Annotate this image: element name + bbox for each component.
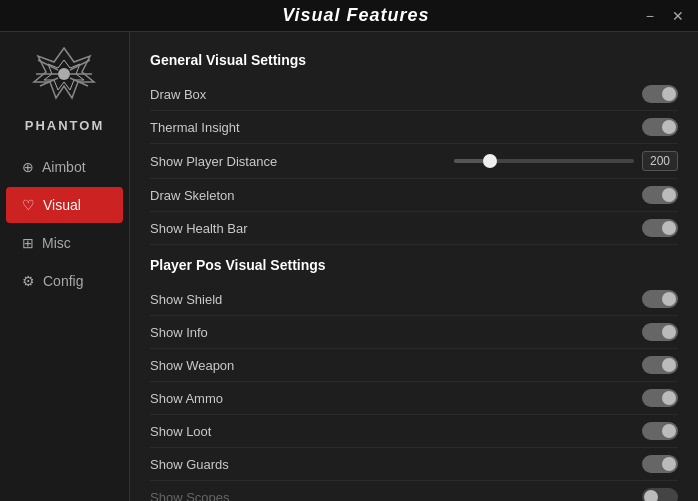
logo-icon [28, 42, 100, 114]
setting-row-show-weapon: Show Weapon [150, 349, 678, 382]
show-guards-label: Show Guards [150, 457, 229, 472]
sidebar-item-aimbot[interactable]: ⊕ Aimbot [6, 149, 123, 185]
player-distance-track[interactable] [454, 159, 634, 163]
window-controls: − ✕ [642, 8, 688, 24]
setting-row-show-scopes: Show Scopes [150, 481, 678, 501]
show-scopes-label: Show Scopes [150, 490, 230, 502]
player-distance-thumb [483, 154, 497, 168]
thermal-insight-label: Thermal Insight [150, 120, 240, 135]
sidebar-item-visual[interactable]: ♡ Visual [6, 187, 123, 223]
misc-label: Misc [42, 235, 71, 251]
show-guards-toggle[interactable] [642, 455, 678, 473]
misc-icon: ⊞ [22, 235, 34, 251]
player-distance-label: Show Player Distance [150, 154, 277, 169]
show-scopes-knob [644, 490, 658, 501]
config-icon: ⚙ [22, 273, 35, 289]
show-shield-toggle[interactable] [642, 290, 678, 308]
show-loot-label: Show Loot [150, 424, 211, 439]
logo-area: PHANTOM [25, 42, 104, 133]
draw-skeleton-toggle[interactable] [642, 186, 678, 204]
logo-text: PHANTOM [25, 118, 104, 133]
thermal-insight-toggle[interactable] [642, 118, 678, 136]
sidebar-item-misc[interactable]: ⊞ Misc [6, 225, 123, 261]
show-loot-toggle[interactable] [642, 422, 678, 440]
show-weapon-label: Show Weapon [150, 358, 234, 373]
show-weapon-toggle[interactable] [642, 356, 678, 374]
svg-point-2 [58, 68, 70, 80]
health-bar-toggle[interactable] [642, 219, 678, 237]
player-distance-value: 200 [642, 151, 678, 171]
draw-skeleton-label: Draw Skeleton [150, 188, 235, 203]
show-weapon-knob [662, 358, 676, 372]
aimbot-icon: ⊕ [22, 159, 34, 175]
setting-row-show-loot: Show Loot [150, 415, 678, 448]
show-ammo-knob [662, 391, 676, 405]
show-info-toggle[interactable] [642, 323, 678, 341]
thermal-insight-knob [662, 120, 676, 134]
player-pos-section-title: Player Pos Visual Settings [150, 257, 678, 273]
nav-items: ⊕ Aimbot ♡ Visual ⊞ Misc ⚙ Config [0, 149, 129, 299]
setting-row-show-shield: Show Shield [150, 283, 678, 316]
setting-row-thermal-insight: Thermal Insight [150, 111, 678, 144]
draw-box-knob [662, 87, 676, 101]
setting-row-player-distance: Show Player Distance 200 [150, 144, 678, 179]
setting-row-show-info: Show Info [150, 316, 678, 349]
aimbot-label: Aimbot [42, 159, 86, 175]
minimize-button[interactable]: − [642, 8, 658, 24]
draw-skeleton-knob [662, 188, 676, 202]
show-shield-knob [662, 292, 676, 306]
show-shield-label: Show Shield [150, 292, 222, 307]
setting-row-show-guards: Show Guards [150, 448, 678, 481]
show-loot-knob [662, 424, 676, 438]
visual-icon: ♡ [22, 197, 35, 213]
show-ammo-label: Show Ammo [150, 391, 223, 406]
health-bar-knob [662, 221, 676, 235]
content-area: General Visual Settings Draw Box Thermal… [130, 32, 698, 501]
close-button[interactable]: ✕ [668, 8, 688, 24]
setting-row-health-bar: Show Health Bar [150, 212, 678, 245]
show-scopes-toggle[interactable] [642, 488, 678, 501]
visual-label: Visual [43, 197, 81, 213]
show-info-knob [662, 325, 676, 339]
player-distance-slider-container: 200 [454, 151, 678, 171]
setting-row-draw-box: Draw Box [150, 78, 678, 111]
draw-box-label: Draw Box [150, 87, 206, 102]
show-ammo-toggle[interactable] [642, 389, 678, 407]
main-layout: PHANTOM ⊕ Aimbot ♡ Visual ⊞ Misc ⚙ Confi… [0, 32, 698, 501]
window-title: Visual Features [70, 5, 642, 26]
health-bar-label: Show Health Bar [150, 221, 248, 236]
setting-row-draw-skeleton: Draw Skeleton [150, 179, 678, 212]
show-guards-knob [662, 457, 676, 471]
config-label: Config [43, 273, 83, 289]
general-section-title: General Visual Settings [150, 52, 678, 68]
sidebar: PHANTOM ⊕ Aimbot ♡ Visual ⊞ Misc ⚙ Confi… [0, 32, 130, 501]
setting-row-show-ammo: Show Ammo [150, 382, 678, 415]
title-bar: Visual Features − ✕ [0, 0, 698, 32]
draw-box-toggle[interactable] [642, 85, 678, 103]
show-info-label: Show Info [150, 325, 208, 340]
sidebar-item-config[interactable]: ⚙ Config [6, 263, 123, 299]
